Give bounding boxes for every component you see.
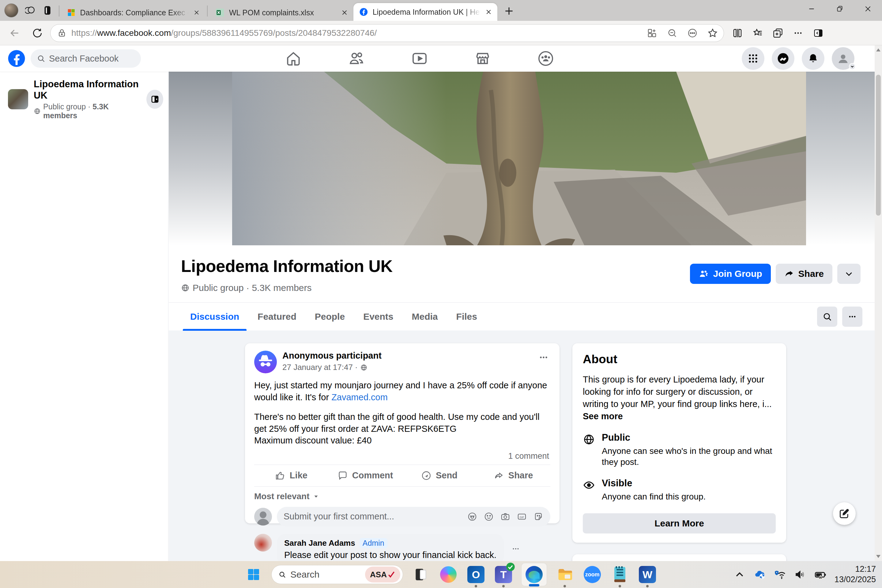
battery-warning-icon[interactable] bbox=[814, 568, 826, 580]
tab-files[interactable]: Files bbox=[447, 303, 486, 331]
scroll-down-arrow[interactable] bbox=[874, 552, 882, 561]
refresh-button[interactable] bbox=[29, 24, 46, 42]
taskbar-clock[interactable]: 12:17 13/02/2025 bbox=[834, 564, 876, 585]
new-tab-icon[interactable] bbox=[503, 5, 515, 17]
facebook-search[interactable] bbox=[31, 49, 141, 68]
compose-post-button[interactable] bbox=[833, 502, 856, 525]
copilot-sidebar-icon[interactable] bbox=[813, 28, 824, 39]
comment-more-button[interactable] bbox=[511, 544, 520, 561]
facebook-search-input[interactable] bbox=[49, 54, 135, 64]
browser-tab-excel[interactable]: WL POM complaints.xlsx bbox=[210, 4, 353, 21]
post-timestamp[interactable]: 27 January at 17:47 · bbox=[282, 363, 382, 372]
like-button[interactable]: Like bbox=[254, 465, 328, 486]
camera-icon[interactable] bbox=[500, 512, 510, 522]
tray-chevron-icon[interactable] bbox=[734, 568, 746, 580]
zavamed-link[interactable]: Zavamed.com bbox=[332, 392, 388, 402]
zoom-app-icon[interactable]: zoom bbox=[582, 565, 602, 584]
start-button[interactable] bbox=[244, 565, 263, 584]
comment-count[interactable]: 1 comment bbox=[254, 447, 550, 465]
emoji-icon[interactable] bbox=[484, 512, 494, 522]
minimize-button[interactable] bbox=[798, 0, 826, 18]
avatar-sticker-icon[interactable] bbox=[467, 512, 477, 522]
more-permissions-icon[interactable] bbox=[687, 28, 698, 39]
page-scrollbar[interactable] bbox=[874, 45, 882, 561]
tab-close-icon[interactable] bbox=[340, 9, 348, 16]
rail-group-entry[interactable]: Lipoedema Information UK Public group · … bbox=[0, 72, 168, 120]
tab-featured[interactable]: Featured bbox=[248, 303, 306, 331]
comment-input[interactable]: Submit your first comment... GIF bbox=[277, 507, 550, 526]
restore-button[interactable] bbox=[826, 0, 854, 18]
wifi-secure-icon[interactable] bbox=[774, 568, 786, 580]
notifications-button[interactable] bbox=[802, 47, 824, 70]
collections-icon[interactable] bbox=[772, 28, 783, 39]
favorite-star-icon[interactable] bbox=[707, 28, 718, 39]
word-app-icon[interactable]: W bbox=[638, 565, 657, 584]
tab-close-icon[interactable] bbox=[485, 8, 492, 16]
workspaces-icon[interactable] bbox=[25, 5, 36, 16]
sticker-icon[interactable] bbox=[533, 512, 544, 522]
tab-media[interactable]: Media bbox=[403, 303, 447, 331]
zoom-out-icon[interactable] bbox=[667, 28, 678, 39]
tab-discussion[interactable]: Discussion bbox=[181, 303, 248, 331]
see-more-link[interactable]: See more bbox=[583, 411, 623, 421]
task-view-button[interactable] bbox=[411, 565, 430, 584]
friends-icon[interactable] bbox=[348, 50, 365, 67]
apps-launcher-icon[interactable] bbox=[646, 28, 657, 39]
group-cover-photo[interactable] bbox=[232, 72, 806, 245]
file-explorer-app-icon[interactable] bbox=[555, 565, 574, 584]
more-group-actions-button[interactable] bbox=[837, 264, 861, 284]
home-icon[interactable] bbox=[285, 50, 302, 67]
comment-sort-selector[interactable]: Most relevant bbox=[254, 487, 550, 504]
volume-icon[interactable] bbox=[794, 568, 806, 580]
gif-icon[interactable]: GIF bbox=[517, 512, 527, 522]
groups-icon[interactable] bbox=[537, 50, 554, 67]
post-more-button[interactable] bbox=[537, 351, 550, 364]
apps-menu-button[interactable] bbox=[742, 47, 764, 70]
notes-app-icon[interactable] bbox=[610, 565, 630, 584]
teams-app-icon[interactable]: T bbox=[494, 565, 513, 584]
browser-profile-avatar[interactable] bbox=[4, 3, 18, 18]
back-button[interactable] bbox=[6, 24, 23, 42]
split-screen-icon[interactable] bbox=[732, 28, 743, 39]
tab-close-icon[interactable] bbox=[193, 9, 200, 16]
asa-search-badge[interactable]: ASA bbox=[365, 567, 400, 582]
onedrive-icon[interactable] bbox=[754, 568, 766, 580]
watch-icon[interactable] bbox=[411, 50, 428, 67]
post-author[interactable]: Anonymous participant bbox=[282, 351, 382, 361]
taskbar-search[interactable]: ASA bbox=[272, 565, 403, 584]
share-post-button[interactable]: Share bbox=[476, 465, 550, 486]
settings-more-icon[interactable] bbox=[793, 28, 804, 39]
vertical-tabs-icon[interactable] bbox=[42, 5, 52, 16]
join-group-button[interactable]: Join Group bbox=[690, 264, 771, 284]
collapse-sidebar-button[interactable] bbox=[146, 90, 163, 109]
scroll-up-arrow[interactable] bbox=[874, 45, 882, 54]
share-group-button[interactable]: Share bbox=[776, 264, 832, 284]
outlook-app-icon[interactable]: O bbox=[466, 565, 486, 584]
commenter-avatar[interactable] bbox=[254, 534, 272, 552]
facebook-logo[interactable] bbox=[8, 49, 26, 68]
scrollbar-thumb[interactable] bbox=[876, 75, 881, 216]
taskbar-search-input[interactable] bbox=[290, 569, 361, 580]
browser-tab-facebook-active[interactable]: Lipoedema Information UK | Hey, bbox=[353, 3, 497, 21]
anonymous-avatar[interactable] bbox=[254, 351, 277, 374]
comment-bubble[interactable]: Sarah Jane Adams Admin Please edit your … bbox=[277, 534, 504, 561]
learn-more-button[interactable]: Learn More bbox=[583, 513, 776, 534]
copilot-app-icon[interactable] bbox=[438, 565, 458, 584]
lock-icon[interactable] bbox=[57, 28, 66, 38]
tab-people[interactable]: People bbox=[306, 303, 354, 331]
messenger-button[interactable] bbox=[772, 47, 794, 70]
favorites-list-icon[interactable] bbox=[752, 28, 763, 39]
marketplace-icon[interactable] bbox=[474, 50, 491, 67]
edge-app-icon[interactable] bbox=[521, 563, 547, 586]
url-field[interactable]: https://www.facebook.com/groups/58839611… bbox=[50, 24, 724, 42]
comment-button[interactable]: Comment bbox=[328, 465, 402, 486]
group-search-button[interactable] bbox=[817, 306, 837, 327]
comment-author[interactable]: Sarah Jane Adams bbox=[284, 538, 355, 548]
url-text[interactable]: https://www.facebook.com/groups/58839611… bbox=[71, 28, 646, 38]
close-button[interactable] bbox=[854, 0, 882, 18]
browser-tab-dashboards[interactable]: Dashboards: Compliance Exec - M bbox=[61, 4, 205, 21]
send-button[interactable]: Send bbox=[402, 465, 477, 486]
account-avatar[interactable] bbox=[832, 47, 854, 70]
group-more-button[interactable] bbox=[842, 306, 862, 327]
tab-events[interactable]: Events bbox=[354, 303, 402, 331]
